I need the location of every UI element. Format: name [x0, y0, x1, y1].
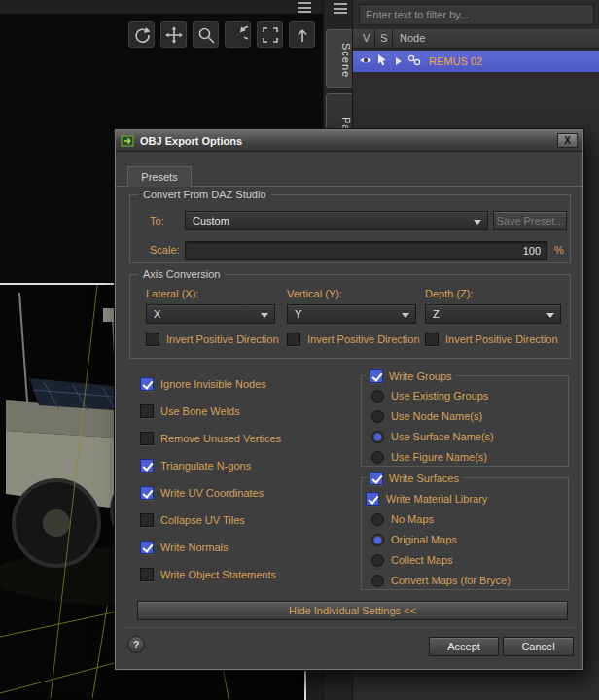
scale-input[interactable]: [185, 241, 547, 260]
scene-node-row[interactable]: REMUS 02: [353, 51, 599, 72]
vertical-y-dropdown[interactable]: Y: [287, 304, 416, 324]
tab-presets[interactable]: Presets: [127, 166, 192, 187]
write-surfaces-checkbox[interactable]: [370, 472, 383, 485]
scale-label: Scale:: [150, 244, 180, 256]
cancel-button[interactable]: Cancel: [503, 637, 574, 656]
original-maps-label: Original Maps: [391, 534, 457, 545]
tab-scene[interactable]: Scene: [326, 29, 352, 88]
column-node: Node: [400, 32, 425, 44]
panel-menu-icon[interactable]: [298, 2, 311, 13]
use-surface-names-radio[interactable]: [371, 431, 384, 443]
frame-icon[interactable]: [257, 21, 283, 48]
bottom-divider: [123, 627, 577, 628]
vertical-y-value: Y: [295, 308, 301, 320]
write-normals-label: Write Normals: [160, 542, 228, 553]
preset-dropdown[interactable]: Custom: [185, 211, 488, 230]
write-groups-checkbox[interactable]: [370, 369, 383, 383]
use-node-names-radio[interactable]: [371, 410, 384, 423]
depth-z-value: Z: [433, 308, 440, 320]
scale-unit: %: [554, 244, 564, 256]
hide-individual-settings-button[interactable]: Hide Individual Settings <<: [137, 601, 568, 620]
lateral-x-dropdown[interactable]: X: [146, 304, 275, 324]
remove-unused-vertices-label: Remove Unused Vertices: [160, 433, 281, 444]
write-material-library-label: Write Material Library: [386, 493, 487, 505]
aim-icon[interactable]: [289, 21, 315, 48]
convert-group-title: Convert From DAZ Studio: [138, 189, 271, 201]
node-label: REMUS 02: [429, 55, 482, 67]
write-groups-box: Write Groups Use Existing Groups Use Nod…: [361, 375, 569, 467]
no-maps-label: No Maps: [391, 513, 434, 525]
write-object-statements-checkbox[interactable]: [140, 568, 154, 581]
visibility-eye-icon[interactable]: [359, 55, 372, 67]
accept-button[interactable]: Accept: [429, 637, 499, 656]
use-existing-groups-label: Use Existing Groups: [391, 390, 488, 402]
write-surfaces-box: Write Surfaces Write Material Library No…: [361, 477, 569, 590]
save-preset-button[interactable]: Save Preset...: [493, 211, 567, 230]
axis-group-title: Axis Conversion: [138, 268, 225, 281]
write-object-statements-label: Write Object Statements: [160, 569, 276, 580]
zoom-icon[interactable]: [193, 21, 219, 48]
to-label: To:: [150, 215, 164, 227]
depth-z-label: Depth (Z):: [425, 288, 474, 299]
use-surface-names-label: Use Surface Name(s): [391, 431, 494, 442]
collapse-uv-tiles-checkbox[interactable]: [140, 513, 154, 527]
use-node-names-label: Use Node Name(s): [391, 410, 482, 422]
node-group-icon: [407, 54, 421, 68]
use-figure-names-label: Use Figure Name(s): [391, 451, 487, 463]
pane-menu-icon[interactable]: [334, 3, 347, 14]
convert-group: Convert From DAZ Studio To: Custom Save …: [129, 194, 571, 263]
ignore-invisible-nodes-checkbox[interactable]: [140, 377, 154, 391]
write-uv-coordinates-checkbox[interactable]: [140, 486, 154, 500]
use-bone-welds-label: Use Bone Welds: [160, 405, 240, 417]
triangulate-ngons-label: Triangulate N-gons: [160, 460, 251, 472]
dialog-title: OBJ Export Options: [140, 135, 242, 147]
viewport-toolbar: [128, 21, 323, 51]
write-material-library-checkbox[interactable]: [366, 492, 379, 506]
convert-maps-bryce-label: Convert Maps (for Bryce): [391, 575, 511, 586]
help-button[interactable]: ?: [127, 636, 145, 653]
undo-icon[interactable]: [225, 21, 251, 48]
depth-z-dropdown[interactable]: Z: [425, 304, 561, 324]
orbit-icon[interactable]: [128, 21, 155, 48]
triangulate-ngons-checkbox[interactable]: [140, 459, 154, 472]
write-groups-label: Write Groups: [389, 370, 452, 382]
use-bone-welds-checkbox[interactable]: [140, 404, 154, 418]
close-button[interactable]: X: [557, 133, 578, 148]
invert-x-checkbox[interactable]: [146, 332, 159, 346]
invert-z-checkbox[interactable]: [425, 332, 439, 346]
dialog-titlebar[interactable]: OBJ Export Options X: [116, 130, 582, 152]
collapse-uv-tiles-label: Collapse UV Tiles: [160, 514, 245, 526]
column-selection: S: [380, 32, 387, 44]
use-figure-names-radio[interactable]: [371, 451, 384, 464]
ignore-invisible-nodes-label: Ignore Invisible Nodes: [160, 378, 266, 390]
obj-export-options-dialog: OBJ Export Options X Presets Convert Fro…: [115, 129, 583, 670]
axis-conversion-group: Axis Conversion Lateral (X): X Invert Po…: [129, 274, 571, 359]
invert-y-checkbox[interactable]: [287, 332, 300, 346]
write-surfaces-label: Write Surfaces: [389, 472, 459, 484]
lateral-x-label: Lateral (X):: [146, 288, 198, 299]
pan-icon[interactable]: [160, 21, 187, 48]
remove-unused-vertices-checkbox[interactable]: [140, 432, 154, 445]
collect-maps-radio[interactable]: [371, 554, 384, 567]
obj-export-icon: [121, 133, 134, 149]
vertical-y-label: Vertical (Y):: [287, 288, 342, 299]
write-normals-checkbox[interactable]: [140, 541, 154, 554]
invert-y-label: Invert Positive Direction: [307, 333, 420, 345]
selection-cursor-icon[interactable]: [377, 54, 388, 68]
invert-x-label: Invert Positive Direction: [166, 333, 279, 345]
scene-filter-input[interactable]: [359, 4, 594, 25]
write-uv-coordinates-label: Write UV Coordinates: [160, 487, 264, 499]
use-existing-groups-radio[interactable]: [371, 390, 384, 402]
original-maps-radio[interactable]: [371, 534, 384, 546]
invert-z-label: Invert Positive Direction: [445, 333, 558, 345]
expand-arrow-icon[interactable]: [396, 57, 402, 65]
column-visibility: V: [363, 32, 370, 44]
scene-list-header: V S Node: [353, 29, 599, 49]
no-maps-radio[interactable]: [371, 513, 384, 526]
convert-maps-bryce-radio[interactable]: [371, 575, 384, 587]
collect-maps-label: Collect Maps: [391, 554, 453, 566]
preset-dropdown-value: Custom: [193, 215, 229, 227]
lateral-x-value: X: [154, 308, 160, 320]
